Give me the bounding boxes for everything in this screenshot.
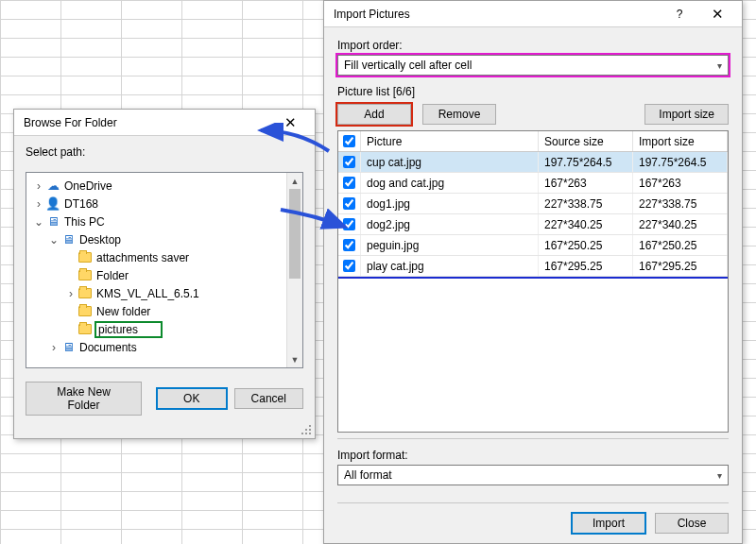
tree-item-label: Documents (79, 341, 137, 354)
folder-tree-list[interactable]: ›☁OneDrive›👤DT168⌄🖥This PC⌄🖥Desktopattac… (26, 173, 286, 367)
cell-source-size: 167*250.25 (539, 235, 633, 255)
close-icon: ✕ (284, 114, 297, 131)
tree-item-label: KMS_VL_ALL_6.5.1 (96, 287, 199, 300)
pc-icon: 🖥 (60, 232, 76, 247)
import-help-button[interactable]: ? (661, 1, 698, 27)
folder-icon (77, 322, 93, 337)
row-checkbox[interactable] (343, 260, 355, 272)
folder-icon (77, 304, 93, 319)
row-checkbox[interactable] (343, 197, 355, 210)
tree-scrollbar[interactable]: ▲ ▼ (286, 173, 302, 367)
import-format-label: Import format: (337, 449, 729, 462)
picture-list-label: Picture list [6/6] (337, 85, 729, 98)
tree-item[interactable]: Folder (28, 266, 284, 284)
svg-rect-1 (309, 429, 311, 431)
import-order-label: Import order: (337, 39, 729, 52)
cell-picture: play cat.jpg (361, 256, 539, 276)
picture-table: Picture Source size Import size cup cat.… (337, 130, 729, 433)
table-row[interactable]: play cat.jpg167*295.25167*295.25 (338, 256, 728, 277)
table-row[interactable]: dog1.jpg227*338.75227*338.75 (338, 194, 728, 214)
tree-twist-icon[interactable]: › (32, 197, 45, 211)
tree-item[interactable]: ›KMS_VL_ALL_6.5.1 (28, 284, 284, 302)
browse-close-button[interactable]: ✕ (271, 110, 309, 136)
cell-source-size: 167*263 (539, 173, 633, 193)
tree-item[interactable]: ⌄🖥Desktop (28, 230, 284, 248)
cell-source-size: 227*338.75 (539, 194, 633, 213)
tree-twist-icon[interactable]: › (32, 179, 45, 193)
cell-source-size: 197.75*264.5 (539, 152, 633, 172)
resize-grip-icon[interactable] (301, 425, 313, 436)
tree-item[interactable]: New folder (28, 302, 284, 320)
folder-icon (77, 268, 93, 283)
select-all-checkbox[interactable] (343, 135, 355, 147)
import-pictures-dialog: Import Pictures ? ✕ Import order: Fill v… (323, 0, 743, 544)
make-new-folder-button[interactable]: Make New Folder (26, 382, 142, 416)
import-order-select[interactable]: Fill vertically cell after cell ▾ (337, 55, 729, 76)
cell-import-size: 167*250.25 (633, 235, 728, 255)
scroll-up-icon[interactable]: ▲ (287, 173, 302, 189)
row-checkbox[interactable] (343, 239, 355, 251)
svg-rect-4 (305, 433, 307, 434)
folder-icon (77, 286, 93, 301)
tree-item-label: New folder (96, 305, 150, 318)
tree-item-label: DT168 (64, 197, 98, 211)
import-close-button[interactable]: ✕ (698, 1, 736, 27)
table-header: Picture Source size Import size (338, 131, 728, 152)
cell-import-size: 167*263 (633, 173, 728, 193)
tree-twist-icon[interactable]: › (47, 341, 60, 354)
scroll-down-icon[interactable]: ▼ (287, 351, 302, 367)
col-import-size[interactable]: Import size (633, 131, 728, 151)
col-picture[interactable]: Picture (361, 131, 539, 151)
tree-twist-icon[interactable]: › (64, 287, 77, 300)
cell-import-size: 227*338.75 (633, 194, 728, 213)
cell-import-size: 227*340.25 (633, 214, 728, 234)
import-format-value: All format (344, 468, 392, 482)
table-row[interactable]: dog and cat.jpg167*263167*263 (338, 173, 728, 194)
import-titlebar[interactable]: Import Pictures ? ✕ (324, 1, 742, 27)
tree-twist-icon[interactable]: ⌄ (32, 215, 45, 229)
help-icon: ? (677, 8, 683, 21)
tree-twist-icon[interactable]: ⌄ (47, 233, 60, 246)
table-row[interactable]: cup cat.jpg197.75*264.5197.75*264.5 (338, 152, 728, 173)
user-icon: 👤 (45, 196, 60, 212)
table-row[interactable]: peguin.jpg167*250.25167*250.25 (338, 235, 728, 256)
cell-picture: dog2.jpg (361, 214, 539, 234)
browse-for-folder-dialog: Browse For Folder ✕ Select path: ›☁OneDr… (13, 109, 316, 439)
row-checkbox[interactable] (343, 177, 355, 189)
tree-item[interactable]: pictures (28, 320, 284, 338)
cloud-icon: ☁ (45, 178, 60, 194)
table-row[interactable]: dog2.jpg227*340.25227*340.25 (338, 214, 728, 235)
cell-picture: dog1.jpg (361, 194, 539, 213)
pc-icon: 🖥 (60, 340, 76, 355)
svg-rect-2 (305, 429, 307, 431)
tree-item-label: OneDrive (64, 179, 112, 193)
col-source-size[interactable]: Source size (539, 131, 633, 151)
add-button[interactable]: Add (337, 104, 411, 125)
browse-titlebar[interactable]: Browse For Folder ✕ (14, 110, 315, 136)
tree-item[interactable]: ›🖥Documents (28, 338, 284, 356)
tree-item[interactable]: attachments saver (28, 248, 284, 266)
row-checkbox[interactable] (343, 156, 355, 168)
tree-item[interactable]: ›☁OneDrive (28, 177, 284, 195)
ok-button[interactable]: OK (157, 388, 227, 409)
import-button[interactable]: Import (572, 513, 645, 534)
tree-item-label: Folder (96, 269, 129, 282)
row-checkbox[interactable] (343, 218, 355, 230)
import-order-value: Fill vertically cell after cell (344, 59, 472, 72)
tree-item[interactable]: ›👤DT168 (28, 195, 284, 212)
import-size-button[interactable]: Import size (644, 104, 729, 125)
cell-source-size: 227*340.25 (539, 214, 633, 234)
tree-item-label: attachments saver (96, 251, 189, 264)
import-format-select[interactable]: All format ▾ (337, 465, 729, 485)
select-path-label: Select path: (26, 145, 303, 159)
cell-picture: peguin.jpg (361, 235, 539, 255)
tree-item[interactable]: ⌄🖥This PC (28, 212, 284, 230)
close-button[interactable]: Close (655, 513, 729, 534)
pc-icon: 🖥 (45, 214, 60, 230)
chevron-down-icon: ▾ (717, 60, 722, 71)
scroll-thumb[interactable] (289, 189, 301, 279)
tree-item-label: pictures (96, 323, 161, 336)
cancel-button[interactable]: Cancel (234, 388, 304, 409)
tree-item-label: Desktop (79, 233, 121, 246)
remove-button[interactable]: Remove (422, 104, 496, 125)
